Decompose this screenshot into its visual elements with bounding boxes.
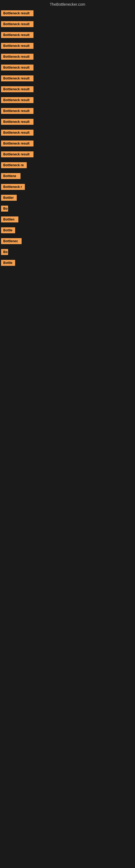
bar-row-17: Bottleneck r	[0, 182, 135, 193]
bottleneck-result-bar: Bottleneck r	[1, 184, 25, 190]
bar-row-1: Bottleneck result	[0, 9, 135, 19]
bottleneck-result-bar: Bottleneck result	[1, 97, 34, 103]
bottleneck-result-bar: Bottleneck result	[1, 130, 34, 135]
bottleneck-result-bar: Bottleneck re	[1, 162, 27, 168]
bottleneck-result-bar: Bottleneck result	[1, 43, 34, 49]
bar-row-8: Bottleneck result	[0, 85, 135, 95]
bar-row-4: Bottleneck result	[0, 41, 135, 52]
bottleneck-result-bar: Bottleneck result	[1, 54, 34, 60]
bar-row-22: Bottlenec	[0, 237, 135, 247]
bottleneck-result-bar: Bottleneck result	[1, 119, 34, 125]
bottleneck-result-bar: Bottlene	[1, 173, 20, 179]
site-title: TheBottlenecker.com	[0, 0, 135, 9]
bar-row-9: Bottleneck result	[0, 95, 135, 106]
bottleneck-result-bar: Bottle	[1, 260, 15, 266]
bottleneck-result-bar: Bottleneck result	[1, 108, 34, 114]
bar-row-7: Bottleneck result	[0, 74, 135, 84]
bar-row-21: Bottle	[0, 226, 135, 236]
bottleneck-result-bar: Bottleneck result	[1, 141, 34, 147]
bar-row-2: Bottleneck result	[0, 20, 135, 30]
bottleneck-result-bar: Bo	[1, 206, 8, 212]
bar-row-16: Bottlene	[0, 172, 135, 182]
bottleneck-result-bar: Bottler	[1, 195, 17, 201]
bottleneck-result-bar: Bottlenec	[1, 238, 21, 244]
bars-container: Bottleneck resultBottleneck resultBottle…	[0, 9, 135, 269]
bottleneck-result-bar: Bottleneck result	[1, 21, 34, 27]
bar-row-19: Bo	[0, 204, 135, 214]
bar-row-5: Bottleneck result	[0, 52, 135, 62]
bottleneck-result-bar: Bottleneck result	[1, 65, 34, 70]
bar-row-13: Bottleneck result	[0, 139, 135, 149]
bottleneck-result-bar: Bottle	[1, 227, 15, 233]
bottleneck-result-bar: Bottleneck result	[1, 86, 34, 92]
bar-row-20: Bottlen	[0, 215, 135, 225]
bottleneck-result-bar: Bottleneck result	[1, 75, 34, 82]
bottleneck-result-bar: Bottleneck result	[1, 151, 34, 157]
bottleneck-result-bar: Bottleneck result	[1, 32, 34, 38]
bar-row-24: Bottle	[0, 258, 135, 269]
bar-row-18: Bottler	[0, 193, 135, 204]
bottleneck-result-bar: Bottlen	[1, 216, 18, 222]
bottleneck-result-bar: Bo	[1, 249, 8, 255]
bar-row-23: Bo	[0, 247, 135, 258]
bar-row-12: Bottleneck result	[0, 128, 135, 138]
bar-row-3: Bottleneck result	[0, 30, 135, 41]
bottleneck-result-bar: Bottleneck result	[1, 10, 34, 16]
bar-row-6: Bottleneck result	[0, 63, 135, 73]
bar-row-10: Bottleneck result	[0, 106, 135, 117]
bar-row-14: Bottleneck result	[0, 150, 135, 160]
bar-row-15: Bottleneck re	[0, 161, 135, 171]
bar-row-11: Bottleneck result	[0, 117, 135, 127]
